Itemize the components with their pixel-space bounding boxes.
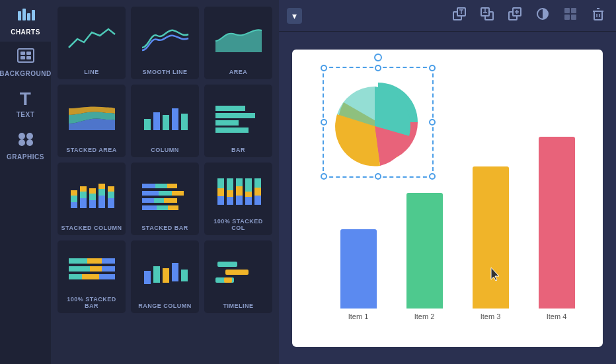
chart-tile-stacked-column[interactable]: STACKED COLUMN — [58, 163, 126, 235]
chart-tile-timeline[interactable]: TIMELINE — [204, 240, 272, 313]
bar-3 — [473, 166, 509, 309]
chart-tile-area[interactable]: AREA — [204, 7, 272, 79]
canvas-area: ▾ — [279, 0, 616, 364]
svg-rect-48 — [168, 205, 178, 210]
svg-point-10 — [26, 133, 33, 139]
svg-rect-96 — [571, 8, 576, 13]
svg-rect-21 — [215, 127, 249, 133]
chart-tile-100-stacked-col[interactable]: 100% STACKED COL — [204, 163, 272, 235]
svg-rect-47 — [157, 205, 168, 210]
chart-tile-range-column[interactable]: RANGE COLUMN — [131, 240, 199, 313]
svg-rect-26 — [80, 192, 87, 198]
layer-up-btn[interactable] — [449, 4, 469, 27]
bar-1 — [340, 229, 377, 309]
svg-rect-1 — [22, 9, 26, 20]
sidebar-item-graphics[interactable]: GRAPHICS — [0, 125, 51, 166]
layer-down-btn[interactable] — [477, 4, 497, 27]
svg-rect-37 — [142, 184, 155, 188]
svg-rect-74 — [153, 266, 160, 283]
bar-4 — [539, 137, 575, 309]
svg-rect-68 — [69, 266, 90, 272]
svg-rect-71 — [69, 274, 82, 279]
selection-handle-tl[interactable] — [321, 65, 327, 71]
svg-rect-38 — [155, 184, 167, 188]
svg-rect-19 — [215, 113, 255, 118]
svg-rect-69 — [90, 266, 102, 272]
selection-handle-rotate[interactable] — [374, 54, 382, 61]
sidebar-text-label: TEXT — [17, 111, 35, 118]
svg-rect-76 — [172, 263, 178, 281]
contrast-btn[interactable] — [533, 4, 553, 27]
svg-rect-44 — [154, 198, 164, 203]
chart-tile-timeline-label: TIMELINE — [223, 303, 254, 309]
svg-rect-78 — [217, 262, 237, 267]
svg-rect-17 — [181, 114, 188, 130]
canvas-main: Item 1 Item 2 Item 3 Item 4 — [279, 32, 616, 364]
svg-rect-51 — [217, 188, 224, 196]
pattern-btn[interactable] — [560, 4, 580, 27]
svg-rect-29 — [89, 194, 96, 200]
chart-tile-line[interactable]: LINE — [58, 7, 126, 79]
sidebar-charts-label: CHARTS — [11, 28, 40, 36]
svg-rect-25 — [80, 198, 87, 208]
svg-rect-73 — [144, 271, 151, 284]
delete-btn[interactable] — [588, 4, 608, 27]
sidebar-item-text[interactable]: T TEXT — [0, 83, 51, 125]
charts-icon — [17, 6, 35, 26]
add-layer-btn[interactable] — [505, 4, 525, 27]
chart-tile-area-label: AREA — [229, 69, 248, 75]
svg-rect-34 — [108, 198, 114, 208]
svg-rect-35 — [108, 192, 114, 198]
chart-tile-stacked-area[interactable]: STACKED AREA — [58, 85, 126, 157]
svg-rect-8 — [26, 56, 31, 59]
svg-rect-41 — [159, 191, 172, 196]
svg-rect-18 — [215, 106, 245, 111]
bar-label-3: Item 3 — [481, 312, 501, 320]
chart-tile-bar-label: BAR — [231, 147, 245, 153]
toolbar-chevron-btn[interactable]: ▾ — [287, 8, 302, 24]
sidebar-item-background[interactable]: BACKGROUND — [0, 42, 51, 83]
bar-item-3: Item 3 — [473, 166, 509, 320]
svg-rect-32 — [98, 189, 105, 196]
svg-rect-81 — [224, 277, 232, 283]
sidebar-graphics-label: GRAPHICS — [7, 153, 44, 161]
chart-tile-smooth-line[interactable]: SMOOTH LINE — [131, 7, 199, 79]
svg-rect-23 — [71, 196, 77, 202]
chart-tile-column[interactable]: COLUMN — [131, 85, 199, 157]
selection-handle-tm[interactable] — [375, 65, 381, 71]
svg-rect-5 — [20, 52, 25, 55]
svg-rect-50 — [217, 178, 224, 188]
svg-rect-99 — [594, 11, 602, 20]
svg-rect-13 — [144, 119, 151, 130]
bar-label-2: Item 2 — [414, 312, 435, 320]
bar-item-2: Item 2 — [406, 193, 443, 320]
svg-rect-98 — [571, 15, 576, 20]
svg-rect-62 — [254, 178, 261, 188]
svg-rect-95 — [564, 8, 570, 13]
chart-tile-stacked-bar-label: STACKED BAR — [141, 225, 188, 231]
svg-rect-2 — [27, 13, 30, 20]
svg-rect-36 — [108, 186, 114, 192]
svg-rect-97 — [564, 15, 570, 20]
svg-rect-31 — [98, 196, 105, 208]
selection-handle-tr[interactable] — [429, 65, 436, 71]
svg-rect-33 — [98, 184, 105, 189]
svg-rect-79 — [225, 270, 249, 275]
svg-rect-77 — [181, 270, 188, 281]
svg-rect-45 — [164, 198, 177, 203]
chart-tile-bar[interactable]: BAR — [204, 85, 272, 157]
svg-rect-28 — [89, 200, 96, 208]
chart-tile-stacked-bar[interactable]: STACKED BAR — [131, 163, 199, 235]
svg-point-11 — [19, 139, 25, 146]
chart-tile-line-label: LINE — [84, 69, 99, 75]
svg-rect-0 — [18, 11, 21, 20]
chart-tile-100-stacked-bar[interactable]: 100% STACKED BAR — [58, 240, 126, 313]
bar-item-4: Item 4 — [539, 137, 575, 320]
svg-rect-24 — [71, 190, 77, 196]
graphics-icon — [17, 131, 35, 151]
svg-rect-14 — [153, 112, 160, 130]
svg-rect-3 — [32, 10, 35, 20]
svg-rect-54 — [227, 190, 233, 197]
sidebar-item-charts[interactable]: CHARTS — [0, 0, 51, 42]
svg-rect-43 — [142, 198, 154, 203]
